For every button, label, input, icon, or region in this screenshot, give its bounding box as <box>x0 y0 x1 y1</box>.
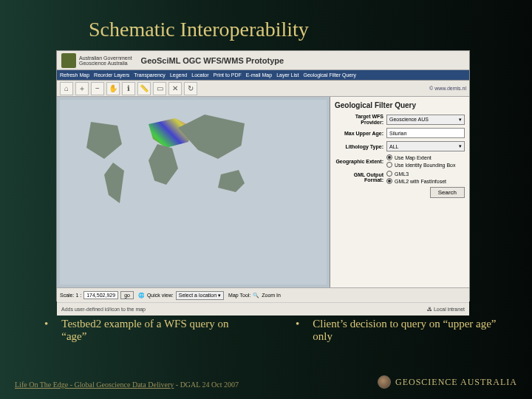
tool-measure-icon[interactable]: 📏 <box>137 82 151 95</box>
maptool-label: Map Tool: <box>228 293 250 298</box>
toolbar: ⌂ ＋ − ✋ ℹ 📏 ▭ ✕ ↻ © www.demis.nl <box>57 81 469 97</box>
panel-title: Geological Filter Query <box>335 101 465 109</box>
provider-label: Target WFS Provider: <box>335 114 383 125</box>
gov-text: Australian Government Geoscience Austral… <box>79 55 132 66</box>
map-credit: © www.demis.nl <box>429 86 466 91</box>
tool-zoom-out-icon[interactable]: − <box>91 82 104 95</box>
zoom-in-icon: 🔍 <box>253 293 259 299</box>
menu-locator[interactable]: Locator <box>191 72 208 78</box>
tool-clear-icon[interactable]: ✕ <box>168 82 182 95</box>
radio-icon <box>386 162 392 168</box>
continent-na <box>82 122 126 159</box>
provider-select[interactable]: Geoscience AUS ▾ <box>386 115 465 125</box>
bullet-icon: • <box>296 318 299 343</box>
chevron-down-icon: ▾ <box>459 143 462 149</box>
tool-home-icon[interactable]: ⌂ <box>60 82 73 95</box>
quickview-label: Quick view: <box>147 293 174 298</box>
globe-icon: 🌐 <box>138 293 145 299</box>
quickview-value: Select a location <box>179 293 216 298</box>
maxage-input[interactable]: Silurian <box>386 128 465 138</box>
bullet-icon: • <box>44 318 48 343</box>
radio-icon <box>386 154 392 160</box>
provider-value: Geoscience AUS <box>389 117 429 122</box>
crest-icon <box>61 53 76 68</box>
quickview-select[interactable]: Select a location ▾ <box>176 291 224 300</box>
menu-refresh[interactable]: Refresh Map <box>60 72 89 78</box>
bullet-left: • Testbed2 example of a WFS query on “ag… <box>44 318 251 343</box>
gml-label: GML Output Format: <box>335 172 383 183</box>
footer-left: Life On The Edge - Global Geoscience Dat… <box>15 381 239 389</box>
slide-bullets: • Testbed2 example of a WFS query on “ag… <box>44 318 502 343</box>
radio-icon <box>386 178 392 184</box>
gov-line1: Australian Government <box>79 55 132 61</box>
tool-refresh-icon[interactable]: ↻ <box>184 82 197 95</box>
slide-footer: Life On The Edge - Global Geoscience Dat… <box>15 375 517 389</box>
litho-select[interactable]: ALL ▾ <box>386 141 465 151</box>
tool-zoom-in-icon[interactable]: ＋ <box>75 82 89 95</box>
status-text: Adds user-defined id/icon to the map <box>61 307 146 312</box>
statusbar: Scale: 1 : 174,502,929 go 🌐 Quick view: … <box>57 287 469 302</box>
footer-suffix: - DGAL 24 Oct 2007 <box>174 381 239 389</box>
org-name: GEOSCIENCE AUSTRALIA <box>395 377 517 388</box>
globe-logo-icon <box>378 375 391 389</box>
world-map <box>60 100 327 284</box>
extent-radio-map[interactable]: Use Map Extent <box>386 154 465 160</box>
extent-opt2: Use Identity Bounding Box <box>395 163 456 168</box>
content-area: Geological Filter Query Target WFS Provi… <box>57 97 469 287</box>
scale-go-button[interactable]: go <box>120 291 134 299</box>
menu-legend[interactable]: Legend <box>170 72 187 78</box>
maptool-value: Zoom In <box>262 293 281 298</box>
tool-identify-icon[interactable]: ℹ <box>122 82 135 95</box>
bullet-right: • Client’s decision to query on “upper a… <box>296 318 502 343</box>
maxage-value: Silurian <box>389 131 406 136</box>
extent-opt1: Use Map Extent <box>395 155 432 160</box>
extent-radio-bbox[interactable]: Use Identity Bounding Box <box>386 162 465 168</box>
site-header: Australian Government Geoscience Austral… <box>57 51 469 70</box>
maxage-label: Max Upper Age: <box>335 131 383 137</box>
app-title: GeoSciML OGC WFS/WMS Prototype <box>141 56 284 65</box>
search-button[interactable]: Search <box>430 187 465 198</box>
tool-pan-icon[interactable]: ✋ <box>106 82 120 95</box>
menu-reorder[interactable]: Reorder Layers <box>94 72 129 78</box>
intranet-icon: 🖧 <box>427 307 432 312</box>
browser-statusbar: Adds user-defined id/icon to the map 🖧 L… <box>57 302 469 316</box>
gov-line2: Geoscience Australia <box>79 61 132 66</box>
litho-value: ALL <box>389 144 398 149</box>
litho-label: Lithology Type: <box>335 144 383 150</box>
gml-radio-gml3[interactable]: GML3 <box>386 171 465 177</box>
menu-layerlist[interactable]: Layer List <box>276 72 299 78</box>
slide-title: Schematic Interoperability <box>89 18 309 41</box>
gml-radio-gml2[interactable]: GML2 with FastInfoset <box>386 178 465 184</box>
menubar: Refresh Map Reorder Layers Transparency … <box>57 70 469 81</box>
bullet-text-2: Client’s decision to query on “upper age… <box>313 318 502 343</box>
menu-geofilter[interactable]: Geological Filter Query <box>303 72 356 78</box>
gml-opt1: GML3 <box>395 171 409 177</box>
continent-au <box>215 170 245 192</box>
menu-print[interactable]: Print to PDF <box>214 72 242 78</box>
menu-transparency[interactable]: Transparency <box>134 72 166 78</box>
continent-af <box>149 144 178 185</box>
map-pane[interactable] <box>57 97 330 287</box>
scale-label: Scale: 1 : <box>60 293 81 298</box>
gml-opt2: GML2 with FastInfoset <box>395 179 446 184</box>
footer-link: Life On The Edge - Global Geoscience Dat… <box>15 381 174 389</box>
extent-label: Geographic Extent: <box>335 159 383 165</box>
bullet-text-1: Testbed2 example of a WFS query on “age” <box>61 318 251 343</box>
app-screenshot: Australian Government Geoscience Austral… <box>56 50 470 301</box>
chevron-down-icon: ▾ <box>459 117 462 123</box>
radio-icon <box>386 171 392 177</box>
menu-email[interactable]: E-mail Map <box>246 72 272 78</box>
tool-select-icon[interactable]: ▭ <box>153 82 166 95</box>
continent-as <box>178 115 245 159</box>
org-logo: GEOSCIENCE AUSTRALIA <box>378 375 517 389</box>
filter-panel: Geological Filter Query Target WFS Provi… <box>330 97 469 287</box>
scale-input[interactable]: 174,502,929 <box>83 291 118 299</box>
zone-text: 🖧 Local intranet <box>427 307 465 312</box>
continent-sa <box>104 163 126 203</box>
